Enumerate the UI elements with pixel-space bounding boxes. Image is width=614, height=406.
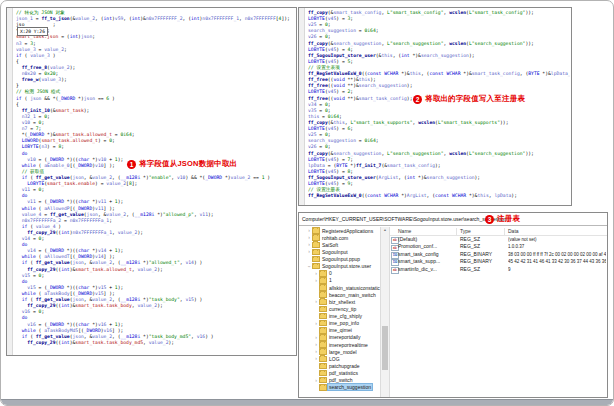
folder-icon	[319, 327, 327, 334]
folder-icon	[319, 348, 327, 355]
folder-icon	[319, 363, 327, 370]
registry-address-bar[interactable]: Computer\HKEY_CURRENT_USER\SOFTWARE\Sogo…	[299, 213, 607, 226]
value-name: smart_task_config	[398, 251, 439, 258]
folder-icon	[319, 320, 327, 327]
tree-item-label: biz_shellext	[328, 299, 356, 305]
tree-item[interactable]: ›imereportdaily	[299, 334, 380, 341]
value-type: REG_BINARY	[460, 258, 492, 265]
tree-item[interactable]: allskin_statusiconstatic	[299, 284, 380, 291]
tree-item-label: ime_cfg_shiply	[328, 313, 363, 319]
annotation-registry: 3 注册表	[485, 214, 520, 224]
tree-item[interactable]: ›biz_shellext	[299, 298, 380, 305]
expand-icon[interactable]: ›	[314, 349, 318, 354]
folder-icon	[319, 313, 327, 320]
tree-item[interactable]: ›large_model	[299, 348, 380, 355]
registry-value-row[interactable]: 110smart_task_configREG_BINARY38 03 00 0…	[390, 251, 607, 258]
tree-item-label: patchupgrade	[328, 363, 361, 369]
folder-icon	[312, 256, 320, 263]
tree-item[interactable]: ime_cfg_shiply	[299, 313, 380, 320]
expand-icon[interactable]: ›	[314, 321, 318, 326]
registry-value-row[interactable]: ab(Default)REG_SZ(value not set)	[390, 236, 607, 243]
code-line: json_1 = ff_to_json(&value_2, (int)v59, …	[16, 16, 295, 22]
tree-item[interactable]: pdf_statistics	[299, 370, 380, 377]
tree-item[interactable]: currency_tip	[299, 305, 380, 312]
value-list-header: Name Type Data	[390, 227, 607, 236]
tree-item[interactable]: search_suggestion	[299, 384, 380, 391]
tree-item-label: currency_tip	[328, 306, 357, 312]
registry-key-tree: ›RegisteredApplications›rohitab.com›SaiS…	[299, 227, 380, 397]
folder-icon	[319, 334, 327, 341]
tree-item[interactable]: ›SogouInput.store.user	[299, 263, 380, 270]
tree-item[interactable]: SogouInput.ppup	[299, 256, 380, 263]
registry-body: ›RegisteredApplications›rohitab.com›SaiS…	[299, 226, 607, 397]
registry-value-row[interactable]: absmartinfo_dic_v...REG_SZ9	[390, 266, 607, 273]
tree-item-label: ime_qimei	[328, 327, 353, 333]
tree-item-label: RegisteredApplications	[321, 228, 374, 234]
column-divider[interactable]	[504, 228, 505, 235]
tree-item-label: SogouInput.ppup	[321, 256, 361, 262]
expand-icon[interactable]: ›	[307, 249, 311, 254]
folder-icon	[319, 291, 327, 298]
tree-item[interactable]: ›imereportrealtime	[299, 341, 380, 348]
folder-icon	[319, 299, 327, 306]
column-header-data[interactable]: Data	[508, 227, 519, 235]
expand-icon[interactable]: ›	[314, 278, 318, 283]
registry-value-list: Name Type Data ab(Default)REG_SZ(value n…	[390, 226, 607, 397]
tree-item[interactable]: ›pdf_switch	[299, 377, 380, 384]
value-data: 38 03 00 00 ff ff ff 7f 2c 00 02 00 00 0…	[508, 251, 606, 258]
code-gutter	[299, 8, 305, 205]
expand-icon[interactable]: ›	[314, 299, 318, 304]
value-name: Promotion_conf...	[398, 243, 437, 250]
column-divider[interactable]	[456, 228, 457, 235]
tree-item[interactable]: ›LOG	[299, 355, 380, 362]
annotation-extract-from-json: 1 将字段值从JSON数据中取出	[127, 159, 237, 169]
value-data: 9	[508, 266, 606, 273]
value-rows: ab(Default)REG_SZ(value not set)abPromot…	[390, 236, 607, 273]
folder-icon	[319, 356, 327, 363]
expand-icon[interactable]: ›	[314, 342, 318, 347]
expand-icon[interactable]: ›	[314, 271, 318, 276]
tree-item[interactable]: ›SaiSoft	[299, 241, 380, 248]
collapse-icon[interactable]: ›	[307, 264, 312, 268]
expand-icon[interactable]: ›	[314, 378, 318, 383]
expand-icon[interactable]: ›	[307, 235, 311, 240]
tree-scrollbar[interactable]: ▲	[380, 227, 390, 397]
expand-icon[interactable]: ›	[314, 356, 318, 361]
tree-item[interactable]: ›rohitab.com	[299, 234, 380, 241]
expand-icon[interactable]: ›	[314, 335, 318, 340]
tree-item[interactable]: ›SogouInput	[299, 248, 380, 255]
expand-icon[interactable]: ›	[307, 242, 311, 247]
folder-icon	[312, 227, 320, 234]
value-data: (value not set)	[508, 236, 606, 243]
registry-value-row[interactable]: abPromotion_conf...REG_SZ1.0.0.37	[390, 243, 607, 250]
scrollbar-thumb[interactable]	[382, 326, 388, 370]
column-header-type[interactable]: Type	[460, 227, 471, 235]
tree-item[interactable]: beacon_main_switch	[299, 291, 380, 298]
tree-item[interactable]: ›0	[299, 270, 380, 277]
registry-value-row[interactable]: 110smart_task_supp...REG_BINARY45 42 42 …	[390, 258, 607, 265]
tree-item-label: pdf_statistics	[328, 370, 359, 376]
tree-item[interactable]: patchupgrade	[299, 362, 380, 369]
decompiled-code-left: // 转化为 JSON 对象json_1 = ff_to_json(&value…	[16, 10, 295, 346]
decompiled-code-right: ff_copy(&smart_task_config, L"smart_task…	[308, 10, 570, 199]
tree-item[interactable]: ime_qimei	[299, 327, 380, 334]
tree-item-label: large_model	[328, 349, 358, 355]
folder-icon	[319, 384, 327, 391]
annotation-write-to-registry: 2 将取出的字段值写入至注册表	[413, 94, 525, 104]
tree-item-label: rohitab.com	[321, 235, 349, 241]
tree-item[interactable]: ›RegisteredApplications	[299, 227, 380, 234]
folder-icon	[312, 263, 320, 270]
tree-item[interactable]: ›ime_pop_info	[299, 320, 380, 327]
annotation-text: 注册表	[497, 214, 520, 224]
folder-icon	[319, 370, 327, 377]
value-type: REG_SZ	[460, 236, 480, 243]
folder-icon	[319, 277, 327, 284]
expand-icon[interactable]: ›	[307, 228, 311, 233]
column-header-name[interactable]: Name	[398, 227, 411, 235]
value-data: 1.0.0.37	[508, 243, 606, 250]
scroll-up-icon[interactable]: ▲	[381, 227, 389, 234]
tree-item-label: pdf_switch	[328, 377, 354, 383]
page: // 转化为 JSON 对象json_1 = ff_to_json(&value…	[0, 0, 614, 406]
circled-number-2-icon: 2	[413, 95, 422, 104]
tree-item[interactable]: ›1	[299, 277, 380, 284]
